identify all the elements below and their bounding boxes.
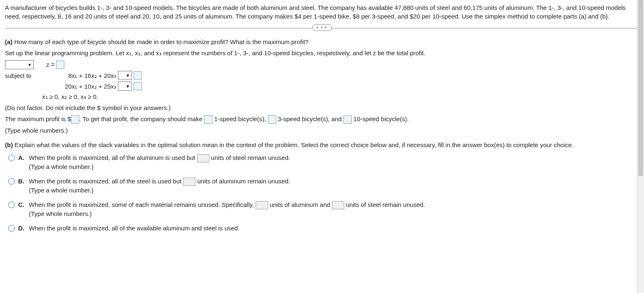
choice-a-letter: A. bbox=[18, 153, 26, 162]
vertical-scrollbar[interactable] bbox=[637, 0, 644, 241]
choice-c-letter: C. bbox=[18, 200, 26, 209]
choice-c-text-2: units of aluminum and bbox=[270, 201, 330, 208]
choice-d-text: When the profit is maximized, all of the… bbox=[29, 225, 240, 232]
nonnegativity-constraints: x₁ ≥ 0, x₂ ≥ 0, x₃ ≥ 0. bbox=[42, 92, 118, 101]
part-a-setup: Set up the linear programming problem. L… bbox=[5, 49, 639, 57]
choice-a-hint: (Type a whole number.) bbox=[29, 162, 639, 171]
choice-b-aluminum-input[interactable] bbox=[183, 178, 195, 186]
one-speed-count-input[interactable] bbox=[204, 115, 212, 124]
part-a-question-text: How many of each type of bicycle should … bbox=[14, 38, 309, 45]
choice-c-hint: (Type whole numbers.) bbox=[29, 209, 639, 218]
radio-d[interactable] bbox=[8, 225, 15, 232]
chevron-down-icon: ▼ bbox=[126, 73, 130, 79]
max-profit-sentence: The maximum profit is $. To get that pro… bbox=[5, 115, 639, 124]
part-b-label: (b) bbox=[5, 141, 13, 148]
radio-a[interactable] bbox=[8, 155, 15, 161]
z-equals-label: z = bbox=[42, 60, 54, 69]
three-speed-label: 3-speed bicycle(s), and bbox=[278, 115, 342, 122]
part-a-note: (Do not factor. Do not include the $ sym… bbox=[5, 103, 639, 112]
choice-b[interactable]: B. When the profit is maximized, all of … bbox=[8, 177, 639, 195]
part-a-hint: (Type whole numbers.) bbox=[5, 126, 639, 135]
radio-c[interactable] bbox=[8, 202, 15, 208]
chevron-down-icon: ▼ bbox=[126, 84, 130, 89]
section-divider: • • • bbox=[5, 28, 639, 28]
choice-b-text-2: units of aluminum remain unused. bbox=[197, 178, 290, 185]
choice-c-text-3: units of steel remain unused. bbox=[346, 201, 425, 208]
choice-c-text-1: When the profit is maximized, some of ea… bbox=[29, 201, 254, 208]
three-speed-count-input[interactable] bbox=[268, 115, 276, 124]
choice-a-text-2: units of steel remain unused. bbox=[211, 154, 290, 161]
choice-b-text-1: When the profit is maximized, all of the… bbox=[29, 178, 181, 185]
choice-b-letter: B. bbox=[18, 177, 26, 185]
choice-d-letter: D. bbox=[18, 224, 26, 232]
choice-c-steel-input[interactable] bbox=[332, 201, 344, 209]
profit-mid-text: . To get that profit, the company should… bbox=[79, 115, 202, 122]
constraint-1-rhs-input[interactable] bbox=[134, 71, 142, 80]
constraint-2-operator-dropdown[interactable]: ▼ bbox=[118, 82, 132, 91]
max-profit-input[interactable] bbox=[71, 115, 79, 124]
subject-to-label: subject to bbox=[5, 71, 42, 80]
ten-speed-count-input[interactable] bbox=[343, 115, 352, 124]
radio-b[interactable] bbox=[8, 178, 15, 185]
constraint-2-rhs-input[interactable] bbox=[134, 82, 142, 90]
objective-type-dropdown[interactable]: ▼ bbox=[5, 60, 34, 69]
part-b-question: (b) Explain what the values of the slack… bbox=[5, 141, 639, 149]
objective-function-input[interactable] bbox=[56, 61, 64, 69]
choice-c[interactable]: C. When the profit is maximized, some of… bbox=[8, 200, 639, 218]
scroll-thumb[interactable] bbox=[638, 0, 643, 176]
choice-a-steel-input[interactable] bbox=[197, 154, 209, 162]
chevron-down-icon: ▼ bbox=[28, 62, 32, 68]
constraint-1-operator-dropdown[interactable]: ▼ bbox=[118, 71, 132, 80]
choice-b-hint: (Type a whole number.) bbox=[29, 186, 639, 195]
expand-pill[interactable]: • • • bbox=[312, 24, 332, 31]
part-a-question: (a) How many of each type of bicycle sho… bbox=[5, 38, 639, 46]
constraint-2-lhs: 20x₁ + 10x₂ + 25x₃ bbox=[42, 82, 118, 91]
choice-a[interactable]: A. When the profit is maximized, all of … bbox=[8, 153, 639, 171]
part-a-label: (a) bbox=[5, 38, 12, 45]
part-b-question-text: Explain what the values of the slack var… bbox=[14, 141, 573, 148]
ten-speed-label: 10-speed bicycle(s). bbox=[353, 115, 409, 122]
problem-statement: A manufacturer of bicycles builds 1-, 3-… bbox=[5, 3, 639, 21]
one-speed-label: 1-speed bicycle(s), bbox=[214, 115, 266, 122]
choice-a-text-1: When the profit is maximized, all of the… bbox=[29, 154, 195, 161]
choice-d[interactable]: D. When the profit is maximized, all of … bbox=[8, 224, 639, 232]
profit-pre-text: The maximum profit is $ bbox=[5, 115, 71, 122]
constraint-1-lhs: 8x₁ + 16x₂ + 20x₃ bbox=[42, 71, 118, 80]
choice-c-aluminum-input[interactable] bbox=[256, 201, 268, 209]
